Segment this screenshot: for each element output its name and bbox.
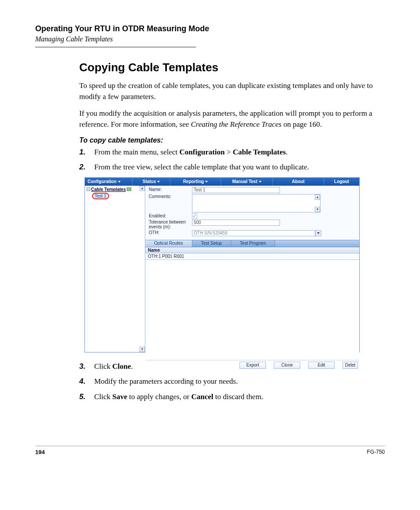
comments-textarea[interactable]: ▴▾ [192,194,321,213]
step-5-number: 5. [79,392,94,403]
folder-icon [127,187,131,191]
s1b: Configuration [180,148,225,156]
step-2: 2. From the tree view, select the cable … [79,162,385,173]
menu-about-label: About [292,179,305,184]
chevron-down-icon [259,181,262,183]
app-screenshot: Configuration Status Reporting Manual Te… [85,177,360,352]
name-input[interactable]: Test 1 [192,187,280,193]
intro-paragraph-1: To speed up the creation of cable templa… [79,81,385,102]
menu-about[interactable]: About [273,178,324,186]
oth-label: OTH: [149,230,192,235]
tree-item-test1[interactable]: Test 1 [92,193,144,199]
tolerance-label: Tolerance between events (m): [149,220,192,229]
menu-manual-test[interactable]: Manual Test [221,178,273,186]
step-1-text: From the main menu, select Configuration… [94,147,385,158]
clone-button[interactable]: Clone [274,362,300,369]
section-heading: Copying Cable Templates [79,61,385,74]
doc-id: FG-750 [367,449,385,455]
tree-root[interactable]: − Cable Templates [86,187,144,192]
oth-value: OTH S/N:520458 [192,230,315,236]
step-5: 5. Click Save to apply changes, or Cance… [79,392,385,403]
tree-pane: ▴ − Cable Templates Test 1 ▾ [85,186,145,352]
enabled-checkbox[interactable] [192,213,197,219]
scroll-down-button[interactable]: ▾ [315,207,320,212]
p2-part-b: on page 160. [281,120,322,128]
s1a: From the main menu, select [94,148,180,156]
delete-button[interactable]: Delet [343,362,358,369]
step-4: 4. Modify the parameters according to yo… [79,376,385,387]
menu-reporting[interactable]: Reporting [170,178,221,186]
tab-optical-routes[interactable]: Optical Routes [145,240,192,247]
step-3-number: 3. [79,361,94,372]
tab-bar: Optical Routes Test Setup Test Program [145,240,359,247]
tree-item-label: Test 1 [92,193,109,199]
menu-configuration-label: Configuration [88,179,117,184]
s5a: Click [94,393,112,401]
table-empty-area [145,260,359,360]
menu-logout[interactable]: Logout [324,178,359,186]
scroll-down-button[interactable]: ▾ [140,347,145,352]
section-subtitle: Managing Cable Templates [35,35,385,43]
step-4-number: 4. [79,376,94,387]
tree-root-label: Cable Templates [91,187,126,192]
menu-bar: Configuration Status Reporting Manual Te… [85,178,359,186]
menu-status-label: Status [143,179,156,184]
step-1: 1. From the main menu, select Configurat… [79,147,385,158]
chapter-title: Operating Your RTU in OTDR Measuring Mod… [35,24,385,33]
comments-label: Comments: [149,194,192,199]
menu-configuration[interactable]: Configuration [85,178,133,186]
step-2-number: 2. [79,162,94,173]
oth-select[interactable]: OTH S/N:520458 [192,230,321,236]
tolerance-input[interactable]: 500 [192,220,280,226]
table-header-name: Name [145,247,359,253]
intro-paragraph-2: If you modify the acquisition or analysi… [79,108,385,130]
s1e: . [286,148,287,156]
s1d: Cable Templates [233,148,286,156]
enabled-label: Enabled: [149,213,192,218]
page-footer: 194 FG-750 [35,449,385,455]
menu-reporting-label: Reporting [183,179,204,184]
scroll-up-button[interactable]: ▴ [140,186,145,191]
tab-test-setup[interactable]: Test Setup [192,240,231,247]
chevron-down-icon [205,181,208,183]
s1c: > [225,148,233,156]
name-label: Name: [149,187,192,192]
menu-logout-label: Logout [334,179,349,184]
page-number: 194 [35,449,45,455]
chevron-down-icon [118,181,121,183]
s5b: Save [112,393,127,401]
form-pane: Name: Test 1 Comments: ▴▾ Enabled: To [145,186,359,352]
button-bar: Export Clone Edit Delet [145,360,359,370]
chevron-down-icon [157,181,160,183]
menu-manual-test-label: Manual Test [232,179,257,184]
edit-button[interactable]: Edit [308,362,335,369]
table-row[interactable]: OTH:1 P001 R001 [145,253,359,260]
chevron-down-icon[interactable] [315,230,321,236]
scroll-up-button[interactable]: ▴ [315,194,320,200]
step-4-text: Modify the parameters according to your … [94,376,385,387]
procedure-title: To copy cable templates: [79,136,385,144]
s3a: Click [94,362,112,371]
menu-status[interactable]: Status [133,178,170,186]
step-5-text: Click Save to apply changes, or Cancel t… [94,392,385,403]
s5e: to discard them. [214,393,263,401]
p2-reference: Creating the Reference Traces [191,120,281,128]
export-button[interactable]: Export [239,362,266,369]
footer-rule [35,446,385,446]
tree-toggle-icon[interactable]: − [87,187,90,191]
s5d: Cancel [192,393,214,401]
tab-test-program[interactable]: Test Program [231,240,275,247]
header-rule [35,47,196,48]
s5c: to apply changes, or [127,393,191,401]
s3c: . [131,362,133,371]
step-2-text: From the tree view, select the cable tem… [94,162,385,173]
step-1-number: 1. [79,147,94,158]
s3b: Clone [112,362,131,371]
